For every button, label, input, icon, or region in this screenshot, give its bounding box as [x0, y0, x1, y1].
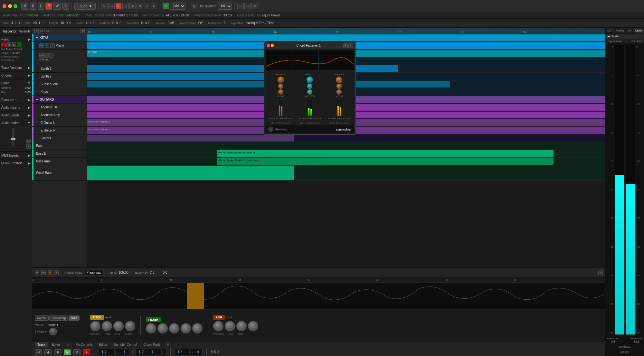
fadein-value[interactable]: 0. 0. 0 — [112, 21, 121, 25]
audio-fader-header[interactable]: Audio Fader ▼ — [1, 121, 31, 125]
list-item[interactable]: Keys — [32, 88, 87, 96]
toolbar-m-btn[interactable]: M — [21, 3, 28, 10]
snap-btn[interactable]: S — [163, 3, 169, 9]
tune-value[interactable]: 0.0 — [163, 271, 167, 274]
mute-btn[interactable]: • — [17, 42, 21, 47]
solo-epi[interactable]: s — [44, 53, 49, 58]
normal-tab[interactable]: Normal — [35, 315, 49, 321]
list-item[interactable]: Bass Amp — [32, 158, 87, 165]
list-item[interactable]: ▼ KEYS — [32, 34, 87, 42]
range-tool[interactable]: ▭ — [108, 3, 115, 9]
back-btn[interactable]: ◀ — [44, 349, 52, 355]
piano-header[interactable]: Piano ▼ — [1, 81, 31, 86]
quantize-value-select[interactable]: 1/8 — [218, 3, 232, 10]
invert-phase-value[interactable]: Off — [198, 21, 203, 25]
master-btn[interactable]: Master — [607, 349, 643, 355]
rw-btn[interactable]: R — [35, 270, 39, 275]
fader-s-btn[interactable]: S — [26, 144, 31, 149]
list-item[interactable]: Guitars — [32, 134, 87, 142]
band2-knob[interactable] — [307, 77, 313, 83]
tab-mixconsole[interactable]: MixConsole — [73, 342, 95, 347]
list-item[interactable]: Acoustic DI — [32, 104, 87, 111]
tab-vsti[interactable]: VSTi — [606, 28, 615, 33]
preset-name-value[interactable]: Piano.wav — [84, 270, 104, 275]
thresh-knob[interactable] — [49, 328, 57, 335]
audio-clip[interactable] — [87, 166, 294, 180]
end-value[interactable]: 20. 1. 1 — [33, 21, 44, 25]
bpm-value[interactable]: 105.00 — [118, 271, 128, 274]
use-quantize-btn[interactable]: Q — [191, 3, 197, 9]
fader-handle[interactable] — [11, 138, 15, 140]
pitch-lfo-knob[interactable] — [113, 321, 124, 331]
amp-volume-knob[interactable] — [213, 321, 223, 331]
close-button[interactable] — [3, 4, 6, 8]
pencil-tool[interactable]: ✏ — [115, 3, 122, 9]
plugin-titlebar[interactable]: Chord Fattener 1 ⚙ ⤢ — [264, 42, 355, 49]
audio-clip[interactable]: HALion Sonic SE 01-02 (Bass DI) — [217, 150, 554, 157]
b-btn[interactable]: B — [54, 270, 59, 275]
fader-m-btn[interactable]: M — [26, 139, 31, 143]
expand-sample-btn[interactable]: ⤢ — [598, 270, 603, 275]
list-item[interactable]: ▼ GUITARS — [32, 96, 87, 104]
midi-inserts-header[interactable]: MIDI Inserts ▶ — [1, 153, 31, 158]
band2-knob3[interactable] — [307, 89, 312, 95]
toolbar-r-btn[interactable]: R — [45, 3, 52, 10]
cursor-tool[interactable]: ↖ — [101, 3, 108, 9]
band3-knob2[interactable] — [336, 84, 342, 89]
quick-controls-header[interactable]: Quick Controls ▶ — [1, 161, 31, 166]
grid-select[interactable]: Grid — [170, 3, 185, 10]
audio-inserts-header[interactable]: Audio Inserts ▶ — [1, 105, 31, 110]
plugin-expand-btn[interactable]: ⤢ — [348, 43, 353, 48]
instrument-header[interactable]: Piano ▶ — [1, 37, 31, 42]
audio-clip[interactable]: HALion Sonic SE 01-02 (Bass Amp) — [217, 158, 554, 165]
rec-epi[interactable]: r — [49, 53, 53, 58]
amp-pan-knob[interactable] — [236, 321, 247, 331]
tab-sampler-control[interactable]: Sampler Control — [111, 342, 139, 347]
record-enable-btn[interactable]: R — [1, 42, 6, 47]
track-list-settings[interactable]: ⚙ — [80, 29, 85, 33]
pitch-octave-knob[interactable] — [90, 321, 100, 331]
mute-btn-piano[interactable]: m — [39, 43, 44, 48]
filter-cutoff-knob[interactable] — [146, 323, 156, 333]
filter-env-knob[interactable] — [169, 323, 179, 333]
start-value[interactable]: 4. 1. 1 — [11, 21, 20, 25]
track-versions-header[interactable]: Track Versions ▶ — [1, 65, 31, 70]
band3-knob3[interactable] — [336, 89, 342, 95]
list-item[interactable]: Bass — [32, 142, 87, 150]
tab-editor2[interactable]: Editor — [96, 342, 110, 347]
list-item[interactable]: m s r E Piano — [32, 50, 87, 65]
plugin-min-btn[interactable] — [271, 44, 274, 47]
pitch-fine-knob[interactable] — [102, 321, 112, 331]
sample-waveform[interactable]: 0 5 10 15 20 25 30 35 — [32, 278, 605, 309]
mute-tool[interactable]: M — [137, 3, 143, 9]
list-item[interactable]: Small Bass — [32, 165, 87, 181]
toolbar-a-btn[interactable]: A — [62, 3, 69, 10]
list-item[interactable]: Acoustic Amp — [32, 111, 87, 119]
redo-btn[interactable]: ↪ — [244, 3, 251, 9]
band1-knob3[interactable] — [278, 89, 283, 95]
rewind-btn[interactable]: ⏮ — [35, 349, 42, 355]
transpose-value[interactable]: 0 — [224, 21, 226, 25]
pitch-glide-knob[interactable] — [125, 321, 135, 331]
tab-meter[interactable]: Meter — [634, 28, 644, 33]
tab-x[interactable]: ✕ — [64, 342, 72, 347]
mode-value[interactable]: Transient — [46, 323, 58, 326]
tab-cr[interactable]: CR — [625, 28, 635, 33]
audio-clip[interactable] — [87, 34, 605, 41]
volume-value[interactable]: 0 dB — [168, 21, 175, 25]
base-key-value[interactable]: C 3 — [149, 271, 155, 274]
undo-btn[interactable]: ↩ — [237, 3, 244, 9]
bpm-display[interactable]: 105.00 — [211, 350, 221, 354]
settings-btn[interactable]: ⚙ — [251, 3, 258, 9]
filter-attack-knob[interactable] — [192, 323, 203, 333]
list-item[interactable]: m s r Piano — [32, 42, 87, 50]
loudness-btn[interactable]: Loudness — [607, 344, 643, 349]
chords-header[interactable]: Chords ▶ — [1, 73, 31, 78]
filter-res-knob[interactable] — [157, 323, 168, 333]
audio-sends-header[interactable]: Audio Sends ▶ — [1, 113, 31, 118]
list-item[interactable]: Subsequent — [32, 80, 87, 88]
loop-btn[interactable]: ⟳ — [73, 349, 80, 355]
tab-track[interactable]: Track — [35, 342, 48, 347]
zoom-tool[interactable]: ⊕ — [129, 3, 136, 9]
glue-tool[interactable]: ⊔ — [151, 3, 157, 9]
